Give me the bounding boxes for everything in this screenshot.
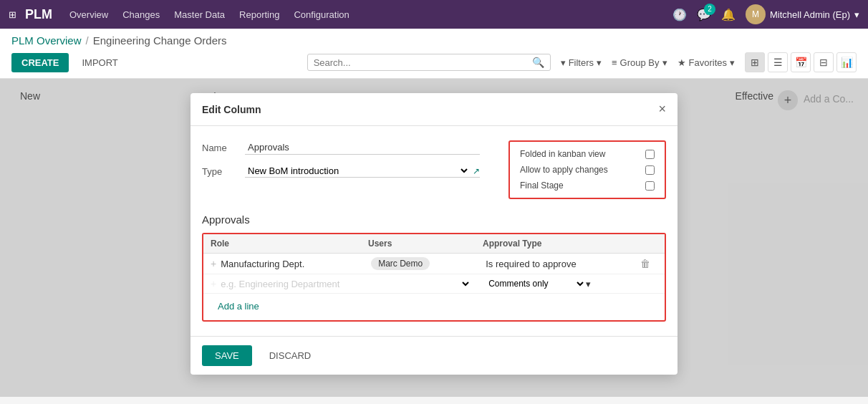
modal-footer: SAVE DISCARD bbox=[191, 336, 677, 375]
breadcrumb-current: Engineering Change Orders bbox=[93, 34, 227, 47]
nav-overview[interactable]: Overview bbox=[69, 9, 108, 20]
approval-type-select[interactable]: Comments only Is required to approve bbox=[486, 278, 586, 289]
kanban-view-button[interactable]: ⊞ bbox=[745, 52, 765, 72]
breadcrumb-plm-overview[interactable]: PLM Overview bbox=[11, 34, 82, 47]
checkbox-group: Folded in kanban view Allow to apply cha… bbox=[508, 140, 666, 199]
avatar: M bbox=[746, 4, 766, 24]
role-placeholder[interactable]: e.g. Engineering Department bbox=[221, 279, 371, 289]
sub-header: PLM Overview / Engineering Change Orders… bbox=[0, 29, 868, 79]
action-bar: CREATE IMPORT 🔍 ▾ Filters ▾ ≡ Group By ▾ bbox=[11, 52, 857, 78]
breadcrumb-separator: / bbox=[86, 34, 89, 47]
brand-logo: PLM bbox=[25, 7, 52, 22]
type-select-wrap: New BoM introduction ↗ bbox=[245, 165, 480, 178]
groupby-chevron: ▾ bbox=[662, 57, 667, 68]
approvals-table: Role Users Approval Type + Marc Demo Is … bbox=[202, 233, 666, 322]
notification-bell[interactable]: 💬 2 bbox=[697, 8, 711, 21]
type-label: Type bbox=[202, 166, 238, 177]
filters-button[interactable]: ▾ Filters ▾ bbox=[561, 57, 602, 68]
chart-view-button[interactable]: 📊 bbox=[836, 52, 857, 72]
modal-close-button[interactable]: × bbox=[658, 102, 666, 117]
grid-icon[interactable]: ⊞ bbox=[9, 9, 16, 20]
approvals-table-header: Role Users Approval Type bbox=[203, 234, 665, 254]
form-left: Name Type New BoM introduction ↗ bbox=[202, 140, 480, 199]
action-right: 🔍 ▾ Filters ▾ ≡ Group By ▾ ★ Favorites ▾ bbox=[307, 52, 857, 72]
discard-button[interactable]: DISCARD bbox=[259, 345, 322, 366]
checkbox-allow-label: Allow to apply changes bbox=[520, 165, 608, 175]
filters-label: Filters bbox=[569, 57, 594, 68]
chevron-down-icon: ▾ bbox=[854, 9, 859, 20]
drag-handle-icon-new: + bbox=[211, 278, 216, 289]
view-icons: ⊞ ☰ 📅 ⊟ 📊 bbox=[745, 52, 857, 72]
nav-reporting[interactable]: Reporting bbox=[239, 9, 279, 20]
table-row-new: + e.g. Engineering Department Comments o… bbox=[203, 274, 665, 294]
table-row: + Marc Demo Is required to approve 🗑 bbox=[203, 254, 665, 274]
top-navigation: ⊞ PLM Overview Changes Master Data Repor… bbox=[0, 0, 868, 29]
users-cell: Marc Demo bbox=[371, 257, 486, 270]
action-left: CREATE IMPORT bbox=[11, 53, 125, 72]
role-input[interactable] bbox=[221, 259, 371, 269]
approval-type-dropdown: Comments only Is required to approve ▾ bbox=[486, 278, 600, 289]
nav-master-data[interactable]: Master Data bbox=[174, 9, 225, 20]
add-line-container: Add a line bbox=[203, 294, 665, 320]
form-right: Folded in kanban view Allow to apply cha… bbox=[508, 140, 666, 199]
search-icon: 🔍 bbox=[532, 57, 544, 68]
save-button[interactable]: SAVE bbox=[202, 345, 252, 366]
name-input[interactable] bbox=[245, 140, 480, 155]
favorites-label: Favorites bbox=[689, 57, 727, 68]
add-line-button[interactable]: Add a line bbox=[211, 297, 266, 316]
users-cell-new bbox=[371, 278, 486, 289]
edit-column-modal: Edit Column × Name Type bbox=[191, 93, 677, 375]
checkbox-allow: Allow to apply changes bbox=[520, 165, 655, 175]
checkbox-final-label: Final Stage bbox=[520, 181, 564, 191]
calendar-view-button[interactable]: 📅 bbox=[791, 52, 811, 72]
modal-header: Edit Column × bbox=[191, 93, 677, 126]
breadcrumb: PLM Overview / Engineering Change Orders bbox=[11, 34, 857, 47]
col-approval-type-header: Approval Type bbox=[483, 239, 657, 249]
name-label: Name bbox=[202, 143, 238, 153]
name-field: Name bbox=[202, 140, 480, 155]
col-role-header: Role bbox=[211, 239, 368, 249]
col-users-header: Users bbox=[368, 239, 483, 249]
modal-title: Edit Column bbox=[202, 104, 261, 115]
checkbox-allow-input[interactable] bbox=[645, 165, 655, 175]
groupby-icon: ≡ bbox=[612, 57, 617, 68]
checkbox-final: Final Stage bbox=[520, 181, 655, 191]
user-menu[interactable]: M Mitchell Admin (Ep) ▾ bbox=[746, 4, 859, 24]
filter-icon: ▾ bbox=[561, 57, 566, 68]
users-select-new[interactable] bbox=[371, 278, 471, 289]
favorites-button[interactable]: ★ Favorites ▾ bbox=[677, 57, 735, 68]
form-section: Name Type New BoM introduction ↗ bbox=[202, 140, 666, 199]
nav-configuration[interactable]: Configuration bbox=[294, 9, 349, 20]
activity-icon[interactable]: 🔔 bbox=[721, 8, 736, 21]
type-select[interactable]: New BoM introduction bbox=[245, 165, 470, 177]
import-button[interactable]: IMPORT bbox=[74, 53, 125, 72]
grid-view-button[interactable]: ⊟ bbox=[814, 52, 834, 72]
kanban-area: New In progress Edit Column × Name bbox=[0, 79, 868, 397]
groupby-label: Group By bbox=[620, 57, 660, 68]
checkbox-final-input[interactable] bbox=[645, 181, 655, 191]
nav-changes[interactable]: Changes bbox=[122, 9, 160, 20]
nav-right: 🕐 💬 2 🔔 M Mitchell Admin (Ep) ▾ bbox=[672, 4, 859, 24]
filters-chevron: ▾ bbox=[597, 57, 602, 68]
modal-overlay: Edit Column × Name Type bbox=[0, 79, 868, 397]
chevron-down-icon: ▾ bbox=[586, 279, 591, 289]
modal-body: Name Type New BoM introduction ↗ bbox=[191, 126, 677, 336]
drag-handle-icon[interactable]: + bbox=[211, 258, 216, 269]
checkbox-folded-input[interactable] bbox=[645, 150, 655, 159]
star-icon: ★ bbox=[677, 57, 686, 68]
delete-row-icon[interactable]: 🗑 bbox=[640, 258, 657, 269]
clock-icon[interactable]: 🕐 bbox=[672, 8, 687, 21]
delete-row-new-icon: 🗑 bbox=[600, 278, 617, 289]
search-box[interactable]: 🔍 bbox=[307, 54, 551, 71]
notification-badge: 2 bbox=[704, 4, 715, 15]
checkbox-folded: Folded in kanban view bbox=[520, 149, 655, 159]
favorites-chevron: ▾ bbox=[730, 57, 735, 68]
external-link-icon[interactable]: ↗ bbox=[473, 166, 480, 176]
checkbox-folded-label: Folded in kanban view bbox=[520, 149, 605, 159]
list-view-button[interactable]: ☰ bbox=[768, 52, 788, 72]
nav-links: Overview Changes Master Data Reporting C… bbox=[69, 9, 672, 20]
filter-bar: ▾ Filters ▾ ≡ Group By ▾ ★ Favorites ▾ bbox=[561, 57, 735, 68]
search-input[interactable] bbox=[314, 57, 532, 68]
create-button[interactable]: CREATE bbox=[11, 53, 69, 72]
groupby-button[interactable]: ≡ Group By ▾ bbox=[612, 57, 667, 68]
